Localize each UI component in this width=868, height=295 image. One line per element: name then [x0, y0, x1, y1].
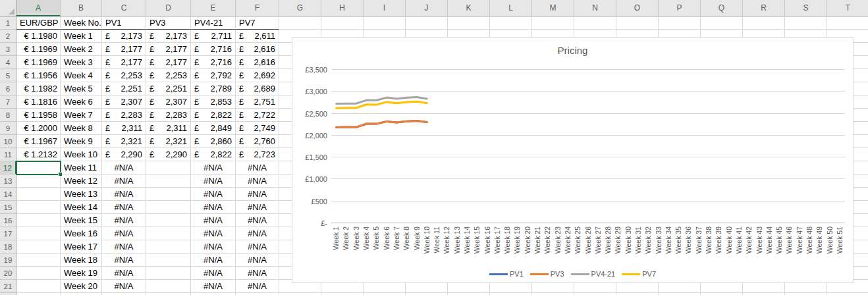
cell-F17[interactable]: #N/A	[236, 227, 279, 240]
cell-F1[interactable]: PV7	[236, 16, 279, 30]
cell-C1[interactable]: PV1	[102, 16, 146, 30]
cell-B6[interactable]: Week 5	[61, 82, 102, 95]
cell-A20[interactable]	[16, 267, 61, 280]
cell-A12[interactable]	[16, 161, 61, 174]
cell-D4[interactable]: £2,177	[146, 56, 191, 69]
cell-E10[interactable]: £2,860	[191, 135, 236, 148]
legend-item-PV3[interactable]: PV3	[530, 270, 564, 278]
cell-E4[interactable]: £2,716	[191, 56, 236, 69]
cell-P1[interactable]	[659, 16, 701, 30]
row-header-9[interactable]: 9	[0, 122, 16, 135]
cell-F14[interactable]: #N/A	[236, 188, 279, 201]
cell-C12[interactable]: #N/A	[102, 161, 146, 174]
cell-F2[interactable]: £2,611	[236, 30, 279, 43]
legend-item-PV1[interactable]: PV1	[489, 270, 524, 278]
cell-B10[interactable]: Week 9	[61, 135, 102, 148]
cell-E18[interactable]: #N/A	[191, 240, 236, 254]
cell-E8[interactable]: £2,822	[191, 109, 236, 122]
row-header-15[interactable]: 15	[0, 201, 16, 214]
cell-B9[interactable]: Week 8	[61, 122, 102, 135]
cell-T1[interactable]	[827, 16, 868, 30]
column-header-B[interactable]: B	[61, 0, 102, 16]
pricing-chart[interactable]: Pricing £-£500£1,000£1,500£2,000£2,500£3…	[292, 37, 854, 283]
cell-D6[interactable]: £2,251	[146, 82, 191, 95]
cell-F3[interactable]: £2,616	[236, 43, 279, 56]
cell-A6[interactable]: € 1.1982	[16, 82, 61, 95]
series-line-PV3[interactable]	[337, 121, 427, 128]
cell-C15[interactable]: #N/A	[102, 201, 146, 214]
cell-D2[interactable]: £2,173	[146, 30, 191, 43]
cell-L1[interactable]	[490, 16, 532, 30]
cell-C9[interactable]: £2,311	[102, 122, 146, 135]
cell-D13[interactable]	[146, 174, 191, 188]
cell-F20[interactable]: #N/A	[236, 267, 279, 280]
cell-D12[interactable]	[146, 161, 191, 174]
cell-E2[interactable]: £2,711	[191, 30, 236, 43]
cell-A11[interactable]: € 1.2132	[16, 148, 61, 161]
cell-C5[interactable]: £2,253	[102, 69, 146, 82]
cell-C18[interactable]: #N/A	[102, 240, 146, 254]
column-header-O[interactable]: O	[616, 0, 659, 16]
cell-B18[interactable]: Week 17	[61, 240, 102, 254]
row-header-7[interactable]: 7	[0, 95, 16, 109]
column-header-K[interactable]: K	[448, 0, 490, 16]
cell-D11[interactable]: £2,290	[146, 148, 191, 161]
cell-F16[interactable]: #N/A	[236, 214, 279, 227]
cell-A1[interactable]: EUR/GBP	[16, 16, 61, 30]
column-header-N[interactable]: N	[574, 0, 616, 16]
cell-G1[interactable]	[279, 16, 321, 30]
cell-C3[interactable]: £2,177	[102, 43, 146, 56]
cell-D16[interactable]	[146, 214, 191, 227]
cell-D17[interactable]	[146, 227, 191, 240]
column-header-P[interactable]: P	[659, 0, 701, 16]
cell-E21[interactable]: #N/A	[191, 280, 236, 293]
cell-R1[interactable]	[743, 16, 785, 30]
column-header-L[interactable]: L	[490, 0, 532, 16]
cell-H1[interactable]	[321, 16, 364, 30]
column-header-F[interactable]: F	[236, 0, 279, 16]
column-header-M[interactable]: M	[532, 0, 574, 16]
cell-B2[interactable]: Week 1	[61, 30, 102, 43]
cell-B5[interactable]: Week 4	[61, 69, 102, 82]
cell-B14[interactable]: Week 13	[61, 188, 102, 201]
cell-B8[interactable]: Week 7	[61, 109, 102, 122]
cell-D19[interactable]	[146, 254, 191, 267]
cell-B1[interactable]: Week No.	[61, 16, 102, 30]
cell-D7[interactable]: £2,307	[146, 95, 191, 109]
row-header-14[interactable]: 14	[0, 188, 16, 201]
cell-C20[interactable]: #N/A	[102, 267, 146, 280]
cell-D3[interactable]: £2,177	[146, 43, 191, 56]
row-header-17[interactable]: 17	[0, 227, 16, 240]
cell-F21[interactable]: #N/A	[236, 280, 279, 293]
cell-A17[interactable]	[16, 227, 61, 240]
column-header-G[interactable]: G	[279, 0, 321, 16]
cell-C21[interactable]: #N/A	[102, 280, 146, 293]
cell-E19[interactable]: #N/A	[191, 254, 236, 267]
cell-F7[interactable]: £2,751	[236, 95, 279, 109]
cell-D10[interactable]: £2,321	[146, 135, 191, 148]
cell-A13[interactable]	[16, 174, 61, 188]
cell-E13[interactable]: #N/A	[191, 174, 236, 188]
cell-Q1[interactable]	[701, 16, 743, 30]
cell-F13[interactable]: #N/A	[236, 174, 279, 188]
cell-B15[interactable]: Week 14	[61, 201, 102, 214]
cell-I1[interactable]	[364, 16, 406, 30]
column-header-T[interactable]: T	[827, 0, 868, 16]
cell-B20[interactable]: Week 19	[61, 267, 102, 280]
cell-D8[interactable]: £2,283	[146, 109, 191, 122]
cell-C2[interactable]: £2,173	[102, 30, 146, 43]
cell-F19[interactable]: #N/A	[236, 254, 279, 267]
row-header-5[interactable]: 5	[0, 69, 16, 82]
cell-B17[interactable]: Week 16	[61, 227, 102, 240]
column-header-I[interactable]: I	[364, 0, 406, 16]
cell-E7[interactable]: £2,853	[191, 95, 236, 109]
cell-E6[interactable]: £2,789	[191, 82, 236, 95]
cell-F12[interactable]: #N/A	[236, 161, 279, 174]
cell-A3[interactable]: € 1.1969	[16, 43, 61, 56]
cell-E16[interactable]: #N/A	[191, 214, 236, 227]
cell-E12[interactable]: #N/A	[191, 161, 236, 174]
cell-B7[interactable]: Week 6	[61, 95, 102, 109]
cell-C19[interactable]: #N/A	[102, 254, 146, 267]
cell-B12[interactable]: Week 11	[61, 161, 102, 174]
column-header-E[interactable]: E	[191, 0, 236, 16]
